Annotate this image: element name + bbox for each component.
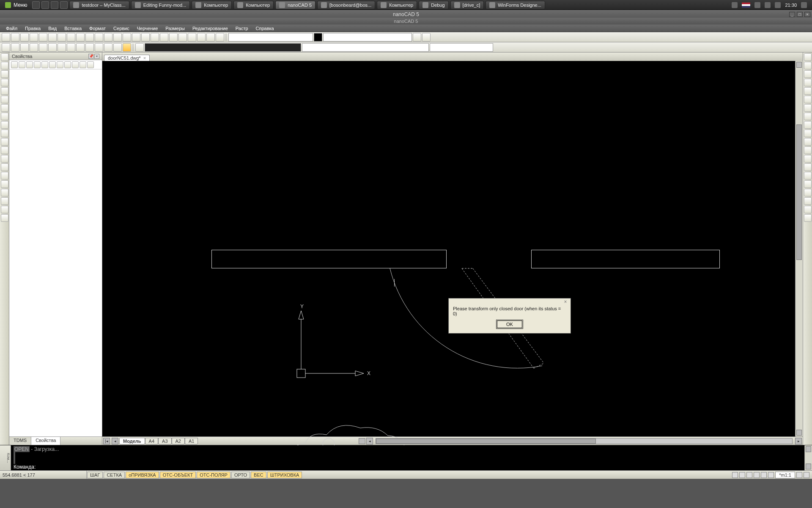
draw-tool-button[interactable] bbox=[1, 172, 8, 179]
modify-tool-button[interactable] bbox=[804, 70, 812, 78]
draw-tool-button[interactable] bbox=[1, 53, 8, 61]
modify-tool-button[interactable] bbox=[804, 53, 812, 61]
combo-3[interactable] bbox=[430, 43, 493, 52]
toolbar-button[interactable] bbox=[58, 33, 66, 41]
draw-tool-button[interactable] bbox=[1, 163, 8, 171]
properties-titlebar[interactable]: Свойства 📌× bbox=[9, 52, 102, 60]
toolbar-button[interactable] bbox=[160, 33, 168, 41]
toolbar-button[interactable] bbox=[135, 43, 144, 52]
prop-tool-button[interactable] bbox=[11, 61, 18, 68]
modify-tool-button[interactable] bbox=[804, 189, 812, 196]
prop-tool-button[interactable] bbox=[19, 61, 25, 68]
dialog-titlebar[interactable]: × bbox=[449, 298, 571, 303]
draw-tool-button[interactable] bbox=[1, 62, 8, 69]
minimize-button[interactable]: _ bbox=[789, 12, 795, 17]
toolbar-button[interactable] bbox=[206, 33, 215, 41]
draw-tool-button[interactable] bbox=[1, 70, 8, 78]
toolbar-button[interactable] bbox=[30, 33, 38, 41]
tabscroll-first-icon[interactable]: |◂ bbox=[103, 438, 110, 444]
status-toggle[interactable]: ШАГ bbox=[87, 472, 103, 478]
toolbar-button[interactable] bbox=[132, 33, 140, 41]
menu-item[interactable]: Размеры bbox=[162, 26, 188, 31]
toolbar-button[interactable] bbox=[85, 33, 94, 41]
user-icon[interactable] bbox=[732, 2, 738, 8]
modify-tool-button[interactable] bbox=[804, 121, 812, 129]
modify-tool-button[interactable] bbox=[804, 172, 812, 179]
status-icon[interactable] bbox=[796, 472, 802, 478]
toolbar-button[interactable] bbox=[48, 43, 57, 52]
toolbar-button[interactable] bbox=[197, 33, 206, 41]
taskbar-app[interactable]: Компьютер bbox=[233, 1, 274, 9]
toolbar-button[interactable] bbox=[188, 33, 196, 41]
sheet-tab[interactable]: A4 bbox=[145, 438, 158, 444]
toolbar-button[interactable] bbox=[413, 33, 421, 41]
status-icon[interactable] bbox=[739, 472, 745, 478]
quicklaunch-icon[interactable] bbox=[51, 1, 58, 9]
taskbar-app[interactable]: Editing Funny-mod... bbox=[131, 1, 190, 9]
toolbar-button[interactable] bbox=[151, 33, 159, 41]
modify-tool-button[interactable] bbox=[804, 138, 812, 146]
taskbar-app[interactable]: WinForms Designe... bbox=[486, 1, 545, 9]
prop-tool-button[interactable] bbox=[87, 61, 94, 68]
toolbar-button[interactable] bbox=[104, 43, 112, 52]
sheet-tab[interactable]: A2 bbox=[172, 438, 185, 444]
command-body[interactable]: OPEN - Загрузка... Команда: bbox=[11, 445, 804, 470]
toolbar-button[interactable] bbox=[58, 43, 66, 52]
volume-icon[interactable] bbox=[765, 2, 771, 8]
draw-tool-button[interactable] bbox=[1, 104, 8, 112]
tab-close-icon[interactable]: × bbox=[143, 55, 146, 61]
toolbar-button[interactable] bbox=[39, 33, 47, 41]
toolbar-button[interactable] bbox=[123, 43, 131, 52]
toolbar-button[interactable] bbox=[76, 43, 85, 52]
toolbar-button[interactable] bbox=[113, 43, 122, 52]
toolbar-button[interactable] bbox=[95, 43, 103, 52]
status-icon[interactable] bbox=[761, 472, 767, 478]
modify-tool-button[interactable] bbox=[804, 87, 812, 95]
scroll-up-arrow-icon[interactable] bbox=[796, 62, 802, 68]
menu-item[interactable]: Правка bbox=[22, 26, 44, 31]
combo-dark-1[interactable] bbox=[145, 43, 301, 52]
menu-item[interactable]: Вид bbox=[45, 26, 60, 31]
modify-tool-button[interactable] bbox=[804, 96, 812, 103]
draw-tool-button[interactable] bbox=[1, 79, 8, 86]
modify-tool-button[interactable] bbox=[804, 155, 812, 163]
toolbar-button[interactable] bbox=[169, 33, 178, 41]
menu-item[interactable]: Черчение bbox=[134, 26, 162, 31]
draw-tool-button[interactable] bbox=[1, 214, 8, 222]
quicklaunch-icon[interactable] bbox=[60, 1, 68, 9]
toolbar-button[interactable] bbox=[178, 33, 187, 41]
menu-item[interactable]: Растр bbox=[232, 26, 252, 31]
panel-close-icon[interactable]: × bbox=[94, 54, 99, 59]
sheet-tab[interactable]: A1 bbox=[185, 438, 198, 444]
draw-tool-button[interactable] bbox=[1, 87, 8, 95]
taskbar-app[interactable]: nanoCAD 5 bbox=[275, 1, 315, 9]
toolbar-button[interactable] bbox=[113, 33, 122, 41]
toolbar-button[interactable] bbox=[20, 33, 29, 41]
draw-tool-button[interactable] bbox=[1, 197, 8, 205]
toolbar-button[interactable] bbox=[67, 43, 75, 52]
show-desktop-icon[interactable] bbox=[801, 2, 807, 8]
draw-tool-button[interactable] bbox=[1, 146, 8, 154]
prop-tool-button[interactable] bbox=[41, 61, 48, 68]
toolbar-button[interactable] bbox=[2, 43, 10, 52]
taskbar-app[interactable]: Debug bbox=[419, 1, 448, 9]
menu-item[interactable]: Вставка bbox=[61, 26, 85, 31]
inner-window-titlebar[interactable]: nanoCAD 5 bbox=[0, 18, 812, 25]
status-icon[interactable] bbox=[754, 472, 760, 478]
document-tab[interactable]: doorNC51.dwg* × bbox=[104, 55, 150, 61]
modify-tool-button[interactable] bbox=[804, 130, 812, 137]
command-scrollbar[interactable] bbox=[804, 445, 812, 470]
status-icon[interactable] bbox=[746, 472, 752, 478]
status-toggle[interactable]: ОТС-ОБЪЕКТ bbox=[160, 472, 196, 478]
prop-tool-button[interactable] bbox=[34, 61, 41, 68]
command-grip[interactable]: Ком... bbox=[0, 445, 11, 470]
modify-tool-button[interactable] bbox=[804, 146, 812, 154]
canvas-hscrollbar[interactable] bbox=[376, 438, 793, 444]
status-toggle[interactable]: ВЕС bbox=[251, 472, 266, 478]
properties-tab[interactable]: TDMS bbox=[9, 437, 31, 445]
sheet-tab[interactable]: A3 bbox=[158, 438, 171, 444]
prop-tool-button[interactable] bbox=[80, 61, 86, 68]
modify-tool-button[interactable] bbox=[804, 206, 812, 213]
prop-tool-button[interactable] bbox=[57, 61, 63, 68]
color-swatch[interactable] bbox=[314, 33, 322, 41]
